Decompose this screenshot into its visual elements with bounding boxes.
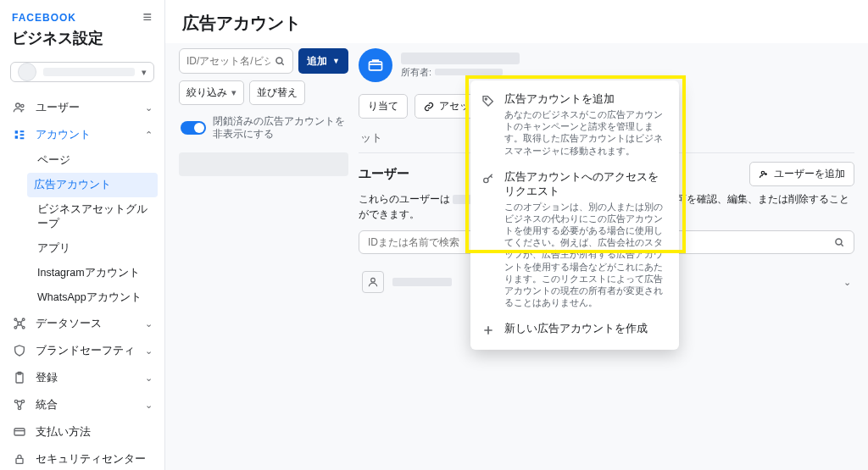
subnav-ad-accounts[interactable]: 広告アカウント bbox=[27, 173, 158, 197]
lock-icon bbox=[12, 451, 27, 467]
svg-point-0 bbox=[16, 103, 20, 108]
svg-point-16 bbox=[761, 171, 765, 174]
user-avatar-icon bbox=[362, 271, 384, 293]
sidebar-item-users[interactable]: ユーザー ⌄ bbox=[0, 94, 164, 121]
add-dropdown-popover: 広告アカウントを追加 あなたのビジネスがこの広告アカウントのキャンペーンと請求を… bbox=[470, 80, 679, 350]
popover-item-request-access[interactable]: 広告アカウントへのアクセスをリクエスト このオプションは、別の人または別のビジネ… bbox=[470, 163, 679, 316]
subnav-whatsapp[interactable]: WhatsAppアカウント bbox=[34, 285, 164, 310]
link-icon bbox=[424, 102, 434, 112]
sidebar-item-security[interactable]: セキュリティセンター bbox=[0, 445, 164, 470]
popover-item-desc: あなたのビジネスがこの広告アカウントのキャンペーンと請求を管理します。取得した広… bbox=[504, 108, 669, 157]
subnav-pages[interactable]: ページ bbox=[34, 148, 164, 173]
sidebar-item-label: ユーザー bbox=[36, 100, 80, 115]
svg-point-19 bbox=[485, 98, 487, 100]
filter-button[interactable]: 絞り込み ▾ bbox=[179, 80, 244, 105]
sidebar-item-integration[interactable]: 統合 ⌄ bbox=[0, 391, 164, 418]
sidebar-item-label: ブランドセーフティ bbox=[36, 343, 135, 358]
sidebar-item-data-sources[interactable]: データソース ⌄ bbox=[0, 310, 164, 337]
popover-item-title: 新しい広告アカウントを作成 bbox=[504, 322, 648, 336]
popover-item-title: 広告アカウントへのアクセスをリクエスト bbox=[504, 170, 669, 199]
chevron-down-icon: ⌄ bbox=[145, 400, 153, 411]
chevron-down-icon: ⌄ bbox=[145, 373, 153, 384]
chevron-down-icon: ⌄ bbox=[145, 318, 153, 329]
svg-rect-12 bbox=[14, 429, 25, 435]
integration-icon bbox=[12, 397, 27, 412]
users-icon bbox=[12, 100, 27, 115]
sidebar-item-label: セキュリティセンター bbox=[36, 451, 146, 467]
asset-search-box[interactable] bbox=[179, 48, 293, 74]
business-account-selector[interactable]: ▾ bbox=[10, 62, 154, 82]
svg-point-20 bbox=[484, 178, 488, 182]
add-dropdown-popover-wrap: 広告アカウントを追加 あなたのビジネスがこの広告アカウントのキャンペーンと請求を… bbox=[470, 80, 679, 350]
subnav-asset-groups[interactable]: ビジネスアセットグループ bbox=[34, 197, 164, 236]
add-user-button[interactable]: ユーザーを追加 bbox=[749, 162, 854, 186]
main-area: 広告アカウント 追加 ▼ bbox=[165, 0, 868, 470]
asset-list-column: 追加 ▼ 絞り込み ▾ 並び替え 閉鎖済みの広告アカウントを非表示にする bbox=[179, 48, 348, 465]
svg-point-1 bbox=[21, 104, 24, 107]
hide-closed-toggle-row: 閉鎖済みの広告アカウントを非表示にする bbox=[179, 112, 348, 149]
subnav-instagram[interactable]: Instagramアカウント bbox=[34, 261, 164, 285]
svg-point-14 bbox=[276, 58, 282, 64]
svg-rect-15 bbox=[370, 62, 382, 70]
hamburger-icon[interactable]: ≡ bbox=[142, 8, 153, 26]
sidebar-item-registration[interactable]: 登録 ⌄ bbox=[0, 364, 164, 391]
plus-icon bbox=[481, 323, 496, 338]
sidebar-item-accounts[interactable]: アカウント ⌃ bbox=[0, 121, 164, 148]
popover-item-add-ad-account[interactable]: 広告アカウントを追加 あなたのビジネスがこの広告アカウントのキャンペーンと請求を… bbox=[470, 86, 679, 163]
sidebar-item-label: 登録 bbox=[36, 370, 58, 385]
sort-button-label: 並び替え bbox=[257, 86, 298, 100]
svg-point-4 bbox=[22, 318, 25, 321]
account-name-placeholder bbox=[43, 68, 135, 76]
chevron-down-icon: ⌄ bbox=[145, 102, 153, 113]
sidebar-item-label: データソース bbox=[36, 316, 102, 331]
popover-item-title: 広告アカウントを追加 bbox=[504, 92, 669, 107]
sidebar-item-brand-safety[interactable]: ブランドセーフティ ⌄ bbox=[0, 337, 164, 364]
svg-rect-13 bbox=[16, 458, 23, 463]
svg-point-9 bbox=[14, 400, 17, 402]
filter-button-label: 絞り込み bbox=[186, 86, 227, 100]
hide-closed-toggle[interactable] bbox=[181, 121, 206, 135]
sidebar-item-label: アカウント bbox=[36, 127, 91, 142]
popover-item-create-new[interactable]: 新しい広告アカウントを作成 bbox=[470, 315, 679, 345]
toggle-label: 閉鎖済みの広告アカウントを非表示にする bbox=[213, 115, 347, 141]
sidebar: FACEBOOK ≡ ビジネス設定 ▾ ユーザー ⌄ bbox=[0, 0, 165, 470]
asset-list-item[interactable] bbox=[179, 152, 348, 176]
credit-card-icon bbox=[12, 424, 27, 440]
asset-search-input[interactable] bbox=[186, 55, 270, 67]
subnav-apps[interactable]: アプリ bbox=[34, 236, 164, 261]
assign-partner-button[interactable]: り当て bbox=[359, 94, 408, 119]
button-label: り当て bbox=[368, 99, 398, 113]
chevron-up-icon: ⌃ bbox=[145, 130, 153, 141]
svg-point-3 bbox=[14, 318, 17, 321]
tab-assets[interactable]: ット bbox=[359, 125, 384, 152]
page-title: 広告アカウント bbox=[165, 0, 868, 43]
clipboard-icon bbox=[12, 370, 27, 385]
sort-button[interactable]: 並び替え bbox=[249, 80, 305, 105]
owner-name-placeholder bbox=[435, 69, 503, 75]
svg-point-17 bbox=[836, 239, 842, 245]
asset-avatar bbox=[359, 48, 392, 82]
brand-logo-text: FACEBOOK bbox=[12, 12, 76, 24]
chevron-down-icon: ▾ bbox=[231, 87, 236, 98]
asset-name-placeholder bbox=[401, 53, 520, 64]
svg-point-10 bbox=[21, 400, 24, 402]
svg-point-18 bbox=[371, 278, 376, 282]
triangle-down-icon: ▼ bbox=[332, 57, 340, 65]
search-icon bbox=[833, 236, 845, 248]
add-button[interactable]: 追加 ▼ bbox=[298, 48, 348, 74]
sidebar-item-payment[interactable]: 支払い方法 bbox=[0, 418, 164, 445]
sidebar-item-label: 支払い方法 bbox=[36, 424, 91, 440]
sidebar-item-label: 統合 bbox=[36, 397, 58, 412]
chevron-down-icon: ▾ bbox=[142, 67, 147, 78]
chevron-down-icon: ⌄ bbox=[145, 346, 153, 357]
user-plus-icon bbox=[759, 169, 769, 180]
shield-icon bbox=[12, 343, 27, 358]
data-sources-icon bbox=[12, 316, 27, 331]
sidebar-title: ビジネス設定 bbox=[12, 28, 153, 48]
button-label: ユーザーを追加 bbox=[774, 167, 845, 181]
svg-point-6 bbox=[22, 326, 25, 329]
chevron-down-icon: ⌄ bbox=[843, 277, 851, 288]
popover-item-desc: このオプションは、別の人または別のビジネスの代わりにこの広告アカウントを使用する… bbox=[504, 201, 669, 309]
owner-label: 所有者: bbox=[401, 66, 431, 79]
account-avatar bbox=[18, 63, 36, 81]
